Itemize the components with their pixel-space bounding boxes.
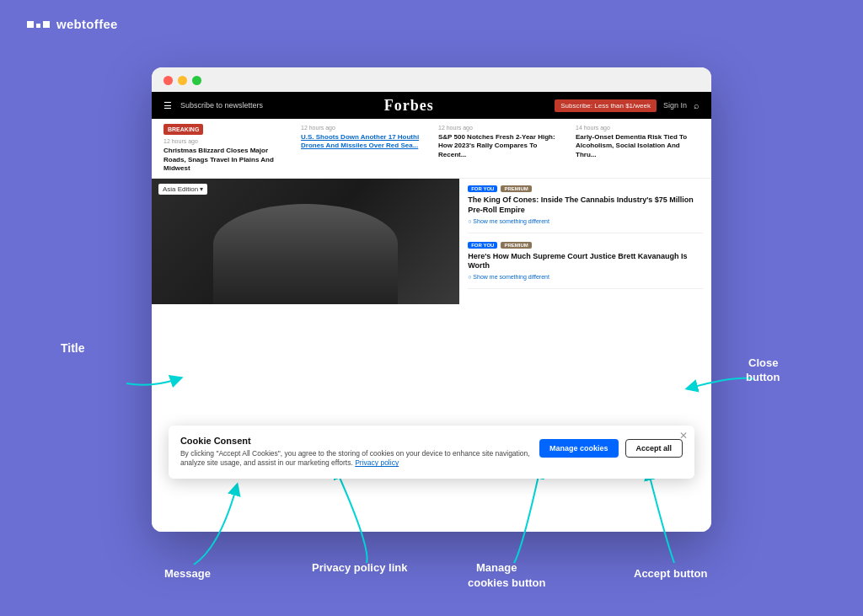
svg-text:Accept button: Accept button [634, 567, 707, 580]
news-item-3: 12 hours ago S&P 500 Notches Fresh 2-Yea… [438, 124, 562, 173]
news-time-3: 12 hours ago [438, 124, 562, 131]
article-card-1: FOR YOU PREMIUM The King Of Cones: Insid… [468, 185, 703, 233]
person-silhouette [213, 204, 398, 304]
article-list: FOR YOU PREMIUM The King Of Cones: Insid… [459, 179, 711, 304]
news-item-2: 12 hours ago U.S. Shoots Down Another 17… [301, 124, 425, 173]
nav-left: ☰ Subscribe to newsletters [163, 100, 263, 111]
news-time-4: 14 hours ago [576, 124, 700, 131]
news-headline-2: U.S. Shoots Down Another 17 Houthi Drone… [301, 133, 419, 149]
article-action-2[interactable]: ○ Show me something different [468, 274, 703, 280]
article-tags-1: FOR YOU PREMIUM [468, 185, 703, 192]
manage-cookies-button[interactable]: Manage cookies [539, 439, 619, 458]
for-you-tag-2: FOR YOU [468, 242, 497, 249]
nav-right: Subscribe: Less than $1/week Sign In ⌕ [555, 99, 700, 112]
svg-text:button: button [746, 371, 780, 383]
privacy-policy-link[interactable]: Privacy policy [355, 458, 399, 467]
svg-text:Manage: Manage [476, 561, 517, 574]
svg-text:Close: Close [748, 356, 778, 369]
news-ticker: BREAKING 12 hours ago Christmas Blizzard… [152, 119, 711, 179]
signin-link[interactable]: Sign In [663, 101, 687, 110]
forbes-logo: Forbes [384, 97, 434, 115]
subscribe-newsletter[interactable]: Subscribe to newsletters [180, 101, 263, 110]
search-icon[interactable]: ⌕ [694, 100, 700, 110]
cookie-title: Cookie Consent [180, 436, 531, 446]
accept-all-button[interactable]: Accept all [625, 439, 683, 458]
featured-image-area: Asia Edition ▾ [152, 179, 459, 304]
svg-text:Title: Title [61, 341, 85, 355]
subscribe-button[interactable]: Subscribe: Less than $1/week [555, 99, 657, 112]
hamburger-icon[interactable]: ☰ [163, 100, 172, 111]
svg-text:cookies button: cookies button [468, 576, 546, 589]
svg-text:Message: Message [164, 567, 211, 580]
cookie-message: By clicking "Accept All Cookies", you ag… [180, 449, 531, 469]
article-action-1[interactable]: ○ Show me something different [468, 218, 703, 224]
dot-yellow[interactable] [178, 76, 187, 85]
news-headline-3: S&P 500 Notches Fresh 2-Year High: How 2… [438, 133, 555, 158]
news-item-1: BREAKING 12 hours ago Christmas Blizzard… [163, 124, 287, 173]
browser-window: ☰ Subscribe to newsletters Forbes Subscr… [152, 67, 711, 532]
for-you-tag: FOR YOU [468, 185, 497, 192]
breaking-badge: BREAKING [163, 124, 203, 135]
news-time-2: 12 hours ago [301, 124, 425, 131]
news-item-4: 14 hours ago Early-Onset Dementia Risk T… [576, 124, 700, 173]
article-title-1[interactable]: The King Of Cones: Inside The Cannabis I… [468, 196, 703, 215]
dot-red[interactable] [163, 76, 173, 85]
browser-chrome [152, 67, 711, 92]
svg-text:Privacy policy link: Privacy policy link [312, 561, 408, 574]
article-card-2: FOR YOU PREMIUM Here's How Much Supreme … [468, 242, 703, 289]
webtoffee-logo: webtoffee [27, 17, 118, 31]
forbes-navbar: ☰ Subscribe to newsletters Forbes Subscr… [152, 92, 711, 119]
main-content: Asia Edition ▾ FOR YOU PREMIUM The King … [152, 179, 711, 304]
cookie-content: Cookie Consent By clicking "Accept All C… [180, 436, 531, 469]
asia-edition[interactable]: Asia Edition ▾ [158, 184, 207, 195]
article-tags-2: FOR YOU PREMIUM [468, 242, 703, 249]
close-icon[interactable]: ✕ [679, 431, 688, 441]
logo-text: webtoffee [56, 17, 118, 31]
cookie-buttons: Manage cookies Accept all [539, 439, 683, 458]
news-headline-4: Early-Onset Dementia Risk Tied To Alcoho… [576, 133, 687, 158]
logo-icon [27, 21, 50, 28]
dot-green[interactable] [192, 76, 201, 85]
news-time-1: 12 hours ago [163, 137, 287, 145]
premium-tag-2: PREMIUM [501, 242, 531, 249]
news-headline-1: Christmas Blizzard Closes Major Roads, S… [163, 147, 274, 172]
cookie-consent-popup: Cookie Consent By clicking "Accept All C… [169, 426, 694, 479]
browser-content: ☰ Subscribe to newsletters Forbes Subscr… [152, 92, 711, 532]
article-title-2[interactable]: Here's How Much Supreme Court Justice Br… [468, 252, 703, 271]
premium-tag: PREMIUM [501, 185, 531, 192]
featured-image [152, 179, 459, 304]
